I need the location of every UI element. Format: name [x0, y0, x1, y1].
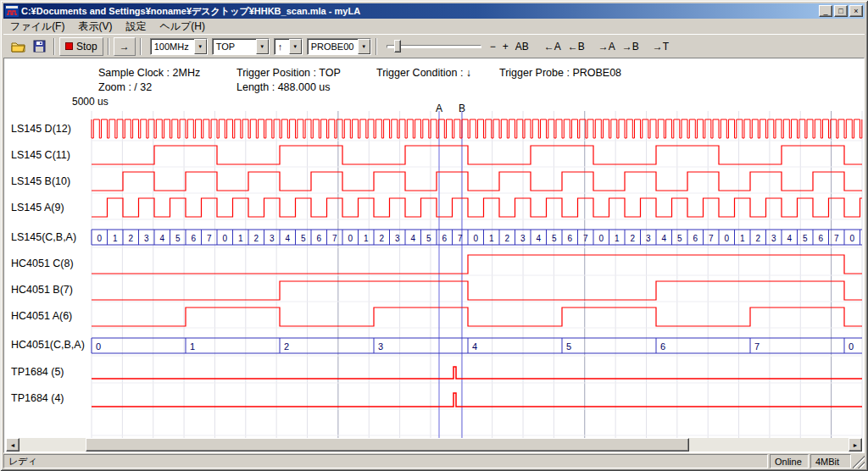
- stop-icon: [65, 42, 73, 50]
- window-title: C:¥Documents and Settings¥noname¥デスクトップ¥…: [21, 5, 817, 18]
- bus-value: 1: [238, 234, 243, 243]
- bus-value: 1: [190, 341, 195, 352]
- sample-clock-combo[interactable]: 100MHz ▼: [150, 38, 208, 55]
- chevron-down-icon[interactable]: ▼: [194, 39, 207, 54]
- bus-value: 3: [646, 234, 651, 243]
- title-bar[interactable]: C:¥Documents and Settings¥noname¥デスクトップ¥…: [3, 3, 865, 19]
- floppy-disk-icon: [33, 40, 46, 53]
- zoom-slider-thumb[interactable]: [394, 40, 401, 53]
- bus-value: 2: [756, 234, 761, 243]
- bus-value: 7: [754, 341, 760, 352]
- bus-value: 6: [819, 234, 824, 243]
- run-button[interactable]: →: [114, 37, 136, 56]
- bus-value: 0: [725, 234, 730, 243]
- waveform-client-area: Sample Clock : 2MHz Trigger Position : T…: [3, 58, 865, 453]
- bus-value: 0: [849, 341, 854, 352]
- waveform-trace: [92, 393, 862, 407]
- zoom-slider[interactable]: [387, 38, 481, 55]
- scrollbar-track[interactable]: [19, 438, 849, 452]
- trigger-edge-combo[interactable]: ↑ ▼: [274, 38, 303, 55]
- bus-value: 7: [458, 234, 463, 243]
- status-ready: レディ: [3, 454, 768, 468]
- maximize-button[interactable]: □: [834, 5, 848, 17]
- bus-value: 2: [284, 341, 289, 352]
- bus-value: 4: [411, 234, 416, 243]
- bus-value: 1: [489, 234, 494, 243]
- scroll-left-button[interactable]: ◄: [6, 438, 19, 452]
- waveform-trace: [92, 281, 862, 300]
- bus-value: 7: [207, 234, 212, 243]
- close-button[interactable]: ×: [849, 5, 863, 17]
- bus-value: 4: [160, 234, 165, 243]
- bus-value: 2: [129, 234, 134, 243]
- waveform-plot[interactable]: 0123456701234567012345670123456701234567…: [4, 109, 865, 440]
- minimize-button[interactable]: _: [819, 5, 832, 17]
- bus-value: 5: [552, 234, 557, 243]
- bus-value: 6: [317, 234, 322, 243]
- waveform-trace: [92, 172, 862, 191]
- bus-value: 0: [223, 234, 228, 243]
- trigger-probe-combo[interactable]: PROBE00 ▼: [307, 38, 371, 55]
- set-marker-a-button[interactable]: →A: [595, 38, 619, 55]
- open-folder-icon: [11, 41, 26, 53]
- save-file-button[interactable]: [29, 37, 49, 56]
- zoom-out-button[interactable]: −: [487, 38, 499, 55]
- toolbar: Stop → 100MHz ▼ TOP ▼ ↑ ▼ PROBE00 ▼ − + …: [3, 34, 865, 58]
- menu-view[interactable]: 表示(V): [71, 18, 119, 36]
- scroll-right-button[interactable]: ►: [849, 438, 862, 452]
- trigger-position-combo[interactable]: TOP ▼: [212, 38, 270, 55]
- app-window: C:¥Documents and Settings¥noname¥デスクトップ¥…: [0, 0, 868, 471]
- bus-value: 7: [583, 234, 588, 243]
- open-file-button[interactable]: [8, 37, 29, 56]
- menu-bar: ファイル(F) 表示(V) 設定 ヘルプ(H): [3, 19, 865, 34]
- bus-value: 1: [113, 234, 118, 243]
- menu-help[interactable]: ヘルプ(H): [153, 18, 212, 36]
- bus-value: 2: [254, 234, 259, 243]
- set-marker-b-button[interactable]: →B: [619, 38, 643, 55]
- bus-value: 4: [662, 234, 667, 243]
- bus-value: 5: [803, 234, 808, 243]
- zoom-ab-button[interactable]: AB: [512, 38, 532, 55]
- waveform-trace: [92, 367, 862, 379]
- resize-grip[interactable]: [853, 454, 865, 468]
- bus-value: 5: [426, 234, 431, 243]
- toolbar-separator: [140, 38, 142, 55]
- goto-marker-a-button[interactable]: ←A: [541, 38, 565, 55]
- app-icon: [5, 5, 19, 17]
- chevron-down-icon[interactable]: ▼: [289, 39, 302, 54]
- waveform-trace: [92, 198, 862, 217]
- menu-settings[interactable]: 設定: [119, 18, 153, 36]
- chevron-down-icon[interactable]: ▼: [256, 39, 269, 54]
- stop-button[interactable]: Stop: [59, 37, 103, 56]
- bus-value: 0: [96, 341, 101, 352]
- bus-value: 0: [850, 234, 855, 243]
- bus-value: 6: [442, 234, 448, 243]
- bus-value: 0: [474, 234, 479, 243]
- bus-value: 3: [144, 234, 149, 243]
- horizontal-scrollbar[interactable]: ◄ ►: [6, 438, 862, 452]
- goto-marker-b-button[interactable]: ←B: [565, 38, 588, 55]
- bus-value: 7: [709, 234, 714, 243]
- sample-clock-info: Sample Clock : 2MHz: [98, 67, 200, 79]
- bus-value: 0: [348, 234, 353, 243]
- toolbar-separator: [376, 38, 377, 55]
- chevron-down-icon[interactable]: ▼: [358, 39, 370, 54]
- zoom-in-button[interactable]: +: [499, 38, 512, 55]
- scrollbar-thumb[interactable]: [86, 438, 689, 452]
- toolbar-separator: [108, 38, 109, 55]
- goto-trigger-button[interactable]: →T: [649, 38, 672, 55]
- bus-value: 3: [520, 234, 526, 243]
- bus-value: 4: [286, 234, 291, 243]
- menu-file[interactable]: ファイル(F): [3, 18, 71, 36]
- bus-value: 6: [192, 234, 197, 243]
- bus-value: 7: [834, 234, 839, 243]
- bus-value: 5: [175, 234, 181, 243]
- bus-value: 4: [787, 234, 793, 243]
- bus-value: 2: [631, 234, 636, 243]
- bus-value: 3: [771, 234, 776, 243]
- bus-value: 6: [660, 341, 665, 352]
- bus-value: 3: [270, 234, 275, 243]
- bus-value: 1: [740, 234, 745, 243]
- status-bar: レディ Online 4MBit: [3, 454, 865, 468]
- waveform-trace: [92, 255, 862, 274]
